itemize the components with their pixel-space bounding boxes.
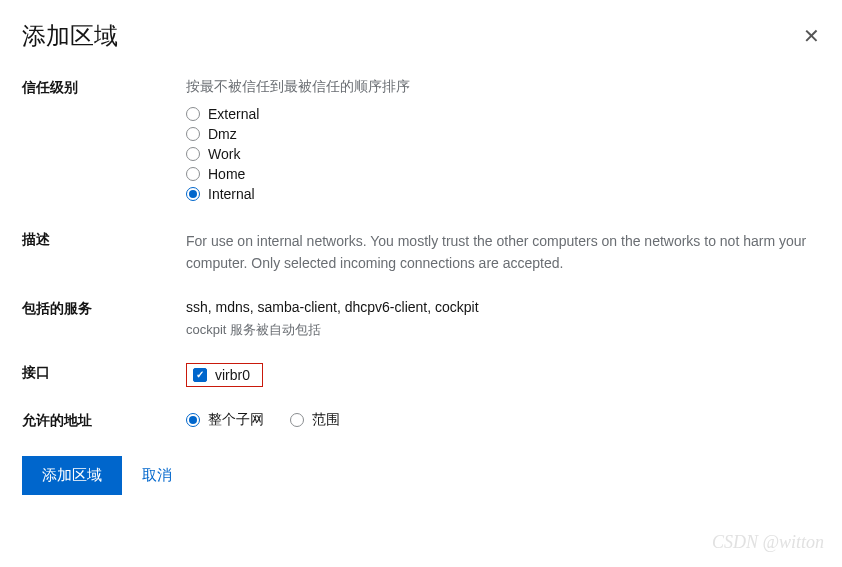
description-text: For use on internal networks. You mostly… [186,230,820,275]
radio-option-external[interactable]: External [186,106,820,122]
interface-item[interactable]: virbr0 [186,363,263,387]
radio-option-range[interactable]: 范围 [290,411,340,429]
radio-icon [186,413,200,427]
trust-hint: 按最不被信任到最被信任的顺序排序 [186,78,820,96]
checkbox-icon [193,368,207,382]
submit-button[interactable]: 添加区域 [22,456,122,495]
row-allowed-addr: 允许的地址 整个子网 范围 [22,411,820,430]
label-interfaces: 接口 [22,363,186,382]
radio-option-home[interactable]: Home [186,166,820,182]
label-description: 描述 [22,230,186,249]
radio-option-internal[interactable]: Internal [186,186,820,202]
close-icon[interactable]: ✕ [803,26,820,46]
radio-option-dmz[interactable]: Dmz [186,126,820,142]
allowed-radio-group: 整个子网 范围 [186,411,820,429]
radio-icon [186,167,200,181]
radio-icon [290,413,304,427]
radio-option-subnet[interactable]: 整个子网 [186,411,264,429]
radio-icon [186,127,200,141]
row-trust-level: 信任级别 按最不被信任到最被信任的顺序排序 External Dmz Work … [22,78,820,206]
radio-icon [186,187,200,201]
watermark-text: CSDN @witton [712,532,824,553]
services-note: cockpit 服务被自动包括 [186,321,820,339]
label-allowed-addr: 允许的地址 [22,411,186,430]
cancel-button[interactable]: 取消 [142,466,172,485]
label-trust-level: 信任级别 [22,78,186,97]
radio-option-work[interactable]: Work [186,146,820,162]
interface-name: virbr0 [215,367,250,383]
label-services: 包括的服务 [22,299,186,318]
radio-icon [186,107,200,121]
trust-radio-group: External Dmz Work Home Internal [186,106,820,202]
services-list: ssh, mdns, samba-client, dhcpv6-client, … [186,299,820,315]
row-services: 包括的服务 ssh, mdns, samba-client, dhcpv6-cl… [22,299,820,339]
row-interfaces: 接口 virbr0 [22,363,820,387]
dialog-footer: 添加区域 取消 [22,456,820,495]
dialog-title: 添加区域 [22,20,118,52]
radio-icon [186,147,200,161]
row-description: 描述 For use on internal networks. You mos… [22,230,820,275]
